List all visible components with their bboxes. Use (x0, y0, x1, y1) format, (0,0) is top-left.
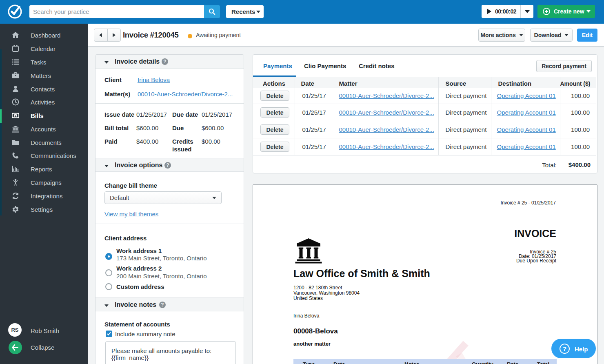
svg-text:1: 1 (15, 114, 16, 117)
